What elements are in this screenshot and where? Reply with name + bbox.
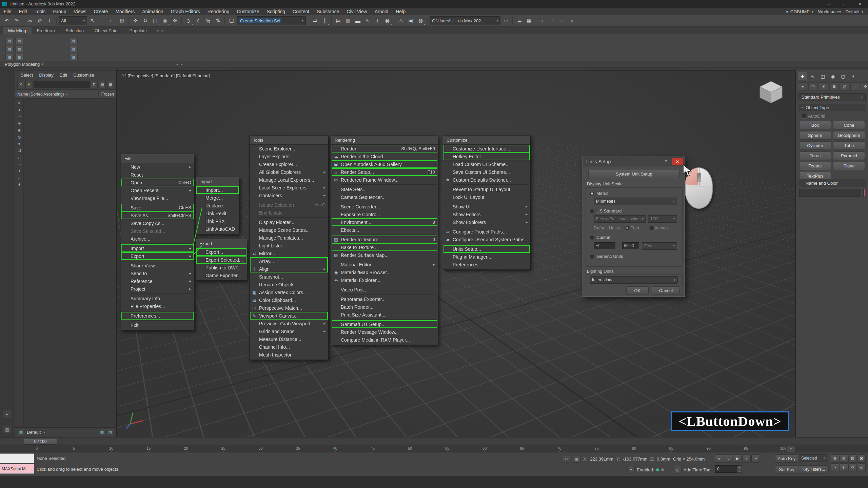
menu-item-configure-user-and-system-paths[interactable]: ▰Configure User and System Paths... <box>443 236 530 243</box>
grid-view-icon[interactable]: ▦ <box>107 81 114 88</box>
maxscript-mini-listener[interactable]: MAXScript Mi <box>0 464 34 474</box>
orbit-icon[interactable]: ↻ <box>848 463 857 471</box>
panel-overflow-icon[interactable]: ● <box>176 62 178 66</box>
ribbon-tool-icon[interactable]: ▧ <box>15 46 23 52</box>
category-helpers-icon[interactable]: ◎ <box>840 82 849 90</box>
menu-item-panorama-exporter[interactable]: Panorama Exporter... <box>331 295 438 303</box>
explorer-search-input[interactable] <box>34 81 90 88</box>
angle-snap-icon[interactable]: ∠ <box>194 16 203 25</box>
ribbon-tab-selection[interactable]: Selection <box>60 27 89 34</box>
play-button[interactable]: ▶ <box>733 454 742 463</box>
toggle-layer-explorer-icon[interactable]: ▥ <box>343 16 353 25</box>
menubar-scripting[interactable]: Scripting <box>263 8 289 15</box>
menu-item-render-surface-map[interactable]: ▨Render Surface Map... <box>331 251 438 259</box>
menu-item-replace[interactable]: Replace... <box>196 202 239 209</box>
selection-set-dropdown[interactable]: Selected ▾ <box>799 454 828 462</box>
timeline-tick[interactable]: 35 <box>296 446 300 450</box>
timeline-tick[interactable]: 100 <box>780 446 786 450</box>
select-by-name-icon[interactable]: ≡ <box>98 16 107 25</box>
asset-library-icon[interactable]: ▦ <box>525 16 534 25</box>
object-button-cone[interactable]: Cone <box>833 121 865 129</box>
timeline-tick[interactable]: 70 <box>557 446 561 450</box>
menu-item-rename-objects[interactable]: Rename Objects... <box>250 281 328 288</box>
render-sphere-2-icon[interactable]: ◔ <box>548 16 557 25</box>
menu-item-print-size-assistant[interactable]: Print Size Assistant... <box>331 311 438 319</box>
menubar-graph-editors[interactable]: Graph Editors <box>167 8 203 15</box>
ribbon-tab-object-paint[interactable]: Object Paint <box>89 27 124 34</box>
object-color-swatch[interactable] <box>863 189 865 197</box>
bind-to-space-warp-icon[interactable]: ≀ <box>45 16 54 25</box>
autogrid-checkbox[interactable] <box>801 114 806 119</box>
menu-item-customize-user-interface[interactable]: Customize User Interface... <box>443 145 530 152</box>
viewport-layout-icon[interactable]: ▦ <box>3 426 11 433</box>
menu-item-mirror[interactable]: ⇄Mirror... <box>250 249 328 257</box>
menu-item-preview-grab-viewport[interactable]: Preview - Grab Viewport▸ <box>250 320 328 327</box>
menu-item-color-clipboard[interactable]: ▤Color Clipboard... <box>250 296 328 304</box>
menu-item-state-sets[interactable]: State Sets... <box>331 185 438 193</box>
display-groups-icon[interactable]: ❏ <box>16 147 22 154</box>
menu-item-render-in-the-cloud[interactable]: ☁Render in the Cloud <box>331 152 438 160</box>
z-coordinate[interactable]: 0.0mm <box>657 456 670 462</box>
toggle-scene-explorer-icon[interactable]: ▤ <box>334 16 343 25</box>
display-cameras-icon[interactable]: ◙ <box>16 127 22 133</box>
user-account-dropdown[interactable]: ● CGBUMP ▾ <box>786 9 813 14</box>
absolute-offset-icon[interactable]: ▦ <box>573 455 580 463</box>
menubar-file[interactable]: File <box>0 8 15 15</box>
spinner-snap-icon[interactable]: ⇅ <box>213 16 222 25</box>
menu-item-project[interactable]: Project▸ <box>121 285 194 293</box>
menu-item-containers[interactable]: Containers▸ <box>250 191 328 199</box>
align-icon[interactable]: ∥▾ <box>320 16 329 25</box>
menu-item-environment[interactable]: Environment...8 <box>331 218 438 226</box>
explorer-list[interactable] <box>24 99 116 426</box>
menubar-create[interactable]: Create <box>90 8 112 15</box>
menu-item-file-properties[interactable]: File Properties... <box>121 302 194 310</box>
key-filters-button[interactable]: Key Filters... <box>799 465 829 473</box>
object-button-plane[interactable]: Plane <box>833 162 865 170</box>
timeline-tick[interactable]: 25 <box>221 446 225 450</box>
category-systems-icon[interactable]: ❖ <box>861 82 868 90</box>
menubar-customize[interactable]: Customize <box>233 8 263 15</box>
menu-item-render-message-window[interactable]: Render Message Window... <box>331 328 438 336</box>
menu-item-import[interactable]: Import... <box>196 186 239 194</box>
display-space-warps-icon[interactable]: ≈ <box>16 141 22 147</box>
menubar-civil-view[interactable]: Civil View <box>343 8 371 15</box>
display-helpers-icon[interactable]: ◎ <box>16 134 22 140</box>
object-button-geosphere[interactable]: GeoSphere <box>833 131 865 140</box>
expand-toolbar-icon[interactable]: ▸ <box>3 410 11 418</box>
menu-item-export[interactable]: Export▸ <box>121 252 194 260</box>
time-tag-icon[interactable]: ✦ <box>627 466 635 473</box>
tab-utilities-icon[interactable]: ✶ <box>849 72 858 80</box>
ribbon-tool-icon[interactable]: ▧ <box>70 46 78 52</box>
go-to-start-button[interactable]: « <box>715 454 723 463</box>
object-button-tube[interactable]: Tube <box>833 141 865 150</box>
menu-item-link-revit[interactable]: Link Revit <box>196 209 239 217</box>
pan-icon[interactable]: ✛ <box>840 463 848 471</box>
explorer-menu-customize[interactable]: Customize <box>71 72 97 78</box>
menu-item-lock-ui-layout[interactable]: Lock UI Layout <box>443 193 530 201</box>
edit-named-selection-sets-icon[interactable]: ❏ <box>227 16 236 25</box>
menu-item-scene-explorer[interactable]: Scene Explorer... <box>250 145 328 152</box>
display-bones-icon[interactable]: ✦ <box>16 168 22 174</box>
timeline-tick[interactable]: 65 <box>520 446 524 450</box>
menu-item-open-autodesk-a360-gallery[interactable]: ▣Open Autodesk A360 Gallery <box>331 160 438 168</box>
ribbon-tool-icon[interactable]: ▧ <box>5 46 14 52</box>
layout-grid-icon[interactable]: ▦ <box>18 429 24 435</box>
custom-radio[interactable] <box>590 235 594 240</box>
menu-item-revert-to-startup-ui-layout[interactable]: Revert to Startup UI Layout <box>443 185 530 193</box>
curve-editor-icon[interactable]: ∿ <box>363 16 372 25</box>
render-production-icon[interactable]: ◍▾ <box>416 16 425 25</box>
select-and-rotate-icon[interactable]: ↻ <box>141 16 150 25</box>
ribbon-options-icon[interactable]: ≡ <box>161 29 163 33</box>
ribbon-tool-icon[interactable]: ▧ <box>15 54 23 60</box>
menu-item-grids-and-snaps[interactable]: Grids and Snaps▸ <box>250 327 328 335</box>
viewport-label[interactable]: [+] [Perspective] [Standard] [Default Sh… <box>121 73 210 78</box>
ribbon-tool-icon[interactable]: ▧ <box>15 38 23 44</box>
menu-item-open-recent[interactable]: Open Recent▸ <box>121 186 194 194</box>
clear-search-icon[interactable]: ✕ <box>17 81 24 88</box>
maxscript-listener-pane[interactable] <box>0 453 34 463</box>
menu-item-import[interactable]: Import▸ <box>121 244 194 252</box>
menu-item-light-lister[interactable]: Light Lister... <box>250 242 328 249</box>
object-button-teapot[interactable]: Teapot <box>799 162 831 170</box>
menu-item-perspective-match[interactable]: ◳Perspective Match... <box>250 304 328 312</box>
ribbon-tool-icon[interactable]: ▧ <box>5 54 14 60</box>
